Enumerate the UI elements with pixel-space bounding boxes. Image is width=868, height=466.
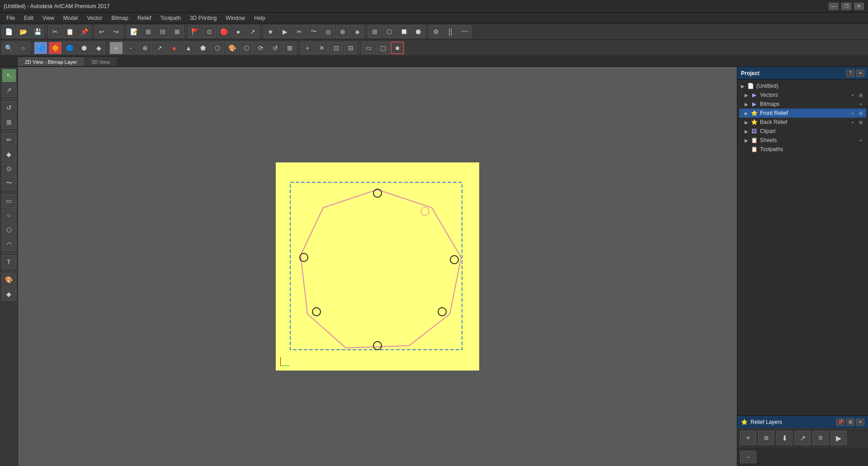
relief-btn[interactable]: ⬡ bbox=[382, 25, 396, 38]
import-btn[interactable]: ⊕ bbox=[336, 25, 349, 38]
transform-button[interactable]: ⊞ bbox=[142, 25, 155, 38]
dots-btn[interactable]: ⣿ bbox=[443, 25, 457, 38]
pencil-tool[interactable]: ✏ bbox=[2, 133, 16, 147]
export-button[interactable]: ↗ bbox=[246, 25, 259, 38]
add-relief-btn[interactable]: + bbox=[109, 42, 123, 54]
tool2-btn[interactable]: ⊠ bbox=[283, 42, 297, 54]
canvas-area[interactable] bbox=[18, 67, 737, 466]
menu-bitmap[interactable]: Bitmap bbox=[107, 14, 133, 22]
wave-btn[interactable]: 〰 bbox=[458, 25, 472, 38]
layer-btn[interactable]: ⊡ bbox=[330, 42, 343, 54]
undo-button[interactable]: ↩ bbox=[95, 25, 108, 38]
menu-model[interactable]: Model bbox=[59, 14, 83, 22]
add2-btn[interactable]: + bbox=[301, 42, 314, 54]
paint-btn[interactable]: 🎨 bbox=[225, 42, 239, 54]
spin-btn[interactable]: ↺ bbox=[269, 42, 282, 54]
project-help-btn[interactable]: ? bbox=[846, 70, 854, 77]
relief-pin-btn[interactable]: 📌 bbox=[836, 418, 844, 426]
tree-action-btn[interactable]: ⊞ bbox=[857, 111, 864, 116]
layer2-btn[interactable]: ⊟ bbox=[344, 42, 358, 54]
paint-tool[interactable]: 🎨 bbox=[2, 273, 16, 286]
tree-action-btn[interactable]: + bbox=[857, 138, 864, 143]
tree-action-btn[interactable]: + bbox=[857, 102, 864, 107]
relief3d-btn[interactable]: ◆ bbox=[92, 42, 105, 54]
open-button[interactable]: 📂 bbox=[16, 25, 30, 38]
tab-2d-bitmap[interactable]: 2D View - Bitmap Layer bbox=[18, 57, 84, 66]
menu-view[interactable]: View bbox=[38, 14, 59, 22]
cylinder-btn[interactable]: ⟳ bbox=[254, 42, 268, 54]
tree-item-sheets[interactable]: ▶📋Sheets+ bbox=[739, 136, 866, 145]
node-btn[interactable]: ◎ bbox=[321, 25, 335, 38]
relief2-btn[interactable]: 🔲 bbox=[397, 25, 410, 38]
toolpath-btn[interactable]: ⬣ bbox=[411, 25, 425, 38]
grid-tool[interactable]: ⊞ bbox=[2, 115, 16, 129]
copy-button[interactable]: 📋 bbox=[63, 25, 76, 38]
bump-btn[interactable]: ⬡ bbox=[240, 42, 253, 54]
restore-button[interactable]: ❐ bbox=[841, 2, 852, 10]
prism-btn[interactable]: ⬟ bbox=[196, 42, 210, 54]
texture-btn[interactable]: ⬠ bbox=[211, 42, 224, 54]
relief-bottom-btn-1[interactable]: → bbox=[740, 451, 756, 463]
curve-tool[interactable]: 〜 bbox=[2, 176, 16, 190]
grid-btn[interactable]: ⊞ bbox=[368, 25, 382, 38]
combine-btn[interactable]: ⊕ bbox=[138, 42, 152, 54]
relief-sub-btn[interactable]: 🔶 bbox=[48, 42, 62, 54]
pen-tool[interactable]: ◆ bbox=[2, 147, 16, 161]
layout-button[interactable]: ⊠ bbox=[170, 25, 184, 38]
relief-view-btn[interactable]: 🔵 bbox=[63, 42, 76, 54]
rect-btn[interactable]: ▭ bbox=[362, 42, 375, 54]
tree-item-front-relief[interactable]: ▶⭐Front Relief+⊞ bbox=[739, 109, 866, 118]
sel-btn[interactable]: ■ bbox=[391, 42, 404, 54]
relief-download-btn[interactable]: ⬇ bbox=[776, 431, 793, 445]
tree-item-bitmaps[interactable]: ▶▶Bitmaps+ bbox=[739, 100, 866, 109]
menu-vector[interactable]: Vector bbox=[83, 14, 107, 22]
menu-toolpath[interactable]: Toolpath bbox=[156, 14, 185, 22]
tree-item-toolpaths[interactable]: 📋Toolpaths bbox=[739, 145, 866, 154]
tree-item-back-relief[interactable]: ▶⭐Back Relief+⊞ bbox=[739, 118, 866, 127]
tree-action-btn[interactable]: ⊞ bbox=[857, 120, 864, 125]
paste-button[interactable]: 📌 bbox=[77, 25, 91, 38]
array-button[interactable]: ⊟ bbox=[156, 25, 170, 38]
curve-btn[interactable]: 〜 bbox=[307, 25, 321, 38]
poly-tool[interactable]: ⬡ bbox=[2, 223, 16, 237]
arrow-btn[interactable]: ▶ bbox=[278, 25, 292, 38]
menu-3d printing[interactable]: 3D Printing bbox=[185, 14, 221, 22]
minimize-button[interactable]: — bbox=[828, 2, 839, 10]
delete-btn[interactable]: ✕ bbox=[315, 42, 329, 54]
star-btn[interactable]: ★ bbox=[264, 25, 277, 38]
circle-tool-btn[interactable]: ○ bbox=[16, 42, 30, 54]
tree-action-btn[interactable]: ⊞ bbox=[857, 93, 864, 98]
tree-action-btn[interactable]: + bbox=[849, 93, 856, 98]
zoom-fit-btn[interactable]: 🔍 bbox=[2, 42, 15, 54]
flag-button[interactable]: 🚩 bbox=[188, 25, 202, 38]
relief-export-btn[interactable]: ↗ bbox=[794, 431, 811, 445]
save-button[interactable]: 💾 bbox=[31, 25, 44, 38]
select-tool[interactable]: ↖ bbox=[2, 69, 16, 82]
circle-button[interactable]: ⊙ bbox=[203, 25, 216, 38]
rrect-btn[interactable]: ▢ bbox=[376, 42, 390, 54]
eyedrop-tool[interactable]: ◆ bbox=[2, 287, 16, 301]
menu-help[interactable]: Help bbox=[250, 14, 270, 22]
target-tool[interactable]: ⊙ bbox=[2, 162, 16, 176]
menu-edit[interactable]: Edit bbox=[19, 14, 38, 22]
dot-button[interactable]: ● bbox=[231, 25, 245, 38]
relief-expand-btn[interactable]: ⊞ bbox=[846, 418, 854, 426]
relief-layers-btn[interactable]: ≡ bbox=[812, 431, 829, 445]
text-tool[interactable]: T bbox=[2, 255, 16, 269]
notes-button[interactable]: 📝 bbox=[127, 25, 141, 38]
stamp-button[interactable]: 🔴 bbox=[217, 25, 231, 38]
close-button[interactable]: ✕ bbox=[854, 2, 864, 10]
mesh-btn[interactable]: ⬢ bbox=[77, 42, 91, 54]
layers-btn[interactable]: ◈ bbox=[350, 25, 364, 38]
tree-item-vectors[interactable]: ▶▶Vectors+⊞ bbox=[739, 90, 866, 100]
relief-add-layer-btn[interactable]: + bbox=[740, 431, 756, 445]
rotate-tool[interactable]: ↺ bbox=[2, 101, 16, 114]
tree-item-(untitled)[interactable]: ▶📄(Untitled) bbox=[739, 81, 866, 90]
pyramid-btn[interactable]: ▲ bbox=[182, 42, 195, 54]
scissors-btn[interactable]: ✂ bbox=[292, 25, 306, 38]
redo-button[interactable]: ↪ bbox=[109, 25, 123, 38]
project-close-btn[interactable]: ✕ bbox=[856, 70, 864, 77]
arc-tool[interactable]: ◠ bbox=[2, 238, 16, 251]
node-tool[interactable]: ↗ bbox=[2, 83, 16, 97]
new-button[interactable]: 📄 bbox=[2, 25, 15, 38]
